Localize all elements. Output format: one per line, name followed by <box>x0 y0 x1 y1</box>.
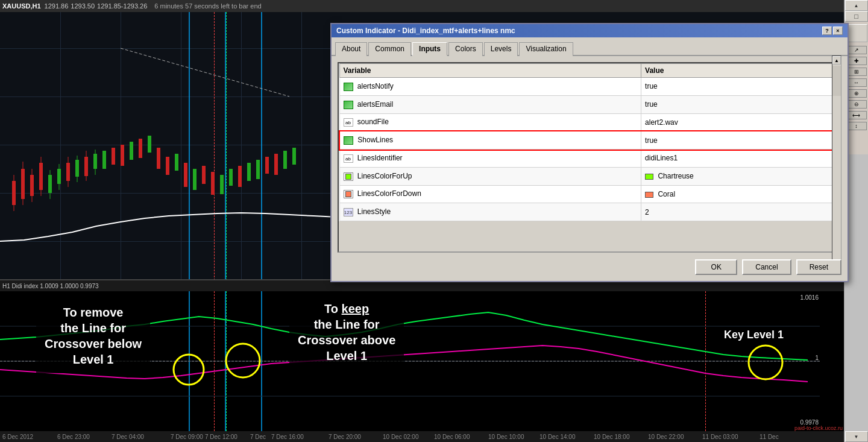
svg-point-49 <box>749 346 782 379</box>
chart-tool-8[interactable]: ↕ <box>846 122 867 130</box>
params-table: Variable Value alertsNotify true <box>339 63 840 221</box>
svg-rect-31 <box>193 169 197 190</box>
ab-icon: ab <box>344 154 353 163</box>
table-row[interactable]: LinesColorForUp Chartreuse <box>339 167 840 185</box>
var-cell: ab LinesIdentifier <box>339 150 641 168</box>
table-scroll-up[interactable]: ▲ <box>832 56 841 65</box>
color-up-icon <box>344 172 353 181</box>
svg-rect-42 <box>292 148 296 165</box>
tab-about[interactable]: About <box>335 42 367 56</box>
svg-rect-27 <box>157 148 160 169</box>
scroll-up-btn[interactable]: ▲ <box>845 0 868 11</box>
price1: 1291.86 <box>45 2 69 10</box>
var-name: LinesColorForDown <box>357 189 421 198</box>
svg-rect-32 <box>202 166 206 184</box>
chart-tool-6[interactable]: ⊖ <box>846 100 867 109</box>
table-row[interactable]: alertsNotify true <box>339 78 840 96</box>
val-cell: 2 <box>641 203 840 221</box>
var-name: ShowLines <box>357 136 393 144</box>
var-cell: ab soundFile <box>339 113 641 131</box>
date-4: 7 Dec 12:00 <box>205 434 237 440</box>
ok-button[interactable]: OK <box>695 259 737 275</box>
table-row[interactable]: 123 LinesStyle 2 <box>339 203 840 221</box>
symbol-label: XAUUSD,H1 <box>2 2 41 10</box>
svg-rect-38 <box>256 160 260 179</box>
chart-tool-4[interactable]: ↔ <box>846 78 867 87</box>
date-13: 10 Dec 22:00 <box>648 434 684 440</box>
didi-header: H1 Didi index 1.0009 1.0000 0.9973 <box>2 283 99 289</box>
indicator-dialog: Custom Indicator - Didi_index_mtf+alerts… <box>330 23 849 282</box>
table-row[interactable]: alertsEmail true <box>339 95 840 113</box>
date-9: 10 Dec 06:00 <box>434 434 470 440</box>
table-scroll-thumb[interactable] <box>832 66 841 96</box>
dialog-footer: OK Cancel Reset <box>695 259 841 275</box>
table-row[interactable]: ab soundFile alert2.wav <box>339 113 840 131</box>
chart-tool-1[interactable]: ↗ <box>846 46 867 54</box>
svg-rect-21 <box>102 151 106 169</box>
var-name: LinesStyle <box>357 207 391 216</box>
table-scrollbar[interactable]: ▲ ▼ <box>832 56 841 265</box>
svg-rect-25 <box>139 139 142 158</box>
chart-tool-7[interactable]: ⟷ <box>846 111 867 119</box>
col-value: Value <box>641 64 840 78</box>
svg-rect-36 <box>238 166 242 187</box>
tab-inputs[interactable]: Inputs <box>412 42 447 56</box>
dialog-titlebar: Custom Indicator - Didi_index_mtf+alerts… <box>332 24 848 37</box>
tab-visualization[interactable]: Visualization <box>519 42 573 56</box>
val-cell: Coral <box>641 185 840 203</box>
cancel-button[interactable]: Cancel <box>742 259 791 275</box>
params-table-wrapper[interactable]: Variable Value alertsNotify true <box>338 62 841 253</box>
ab-icon: ab <box>344 118 353 127</box>
date-8: 10 Dec 02:00 <box>383 434 419 440</box>
tab-common[interactable]: Common <box>368 42 411 56</box>
dialog-close-btn[interactable]: × <box>833 27 843 35</box>
svg-rect-24 <box>130 142 133 160</box>
svg-rect-30 <box>184 163 187 187</box>
chart-tool-2[interactable]: ✚ <box>846 57 867 65</box>
chartreuse-swatch <box>645 174 653 180</box>
chart-tool-5[interactable]: ⊕ <box>846 89 867 98</box>
var-cell: alertsNotify <box>339 78 641 96</box>
dialog-title-buttons[interactable]: ? × <box>822 27 843 35</box>
maximize-btn[interactable]: □ <box>845 11 868 22</box>
svg-rect-39 <box>265 157 269 174</box>
svg-rect-33 <box>211 172 215 195</box>
table-row[interactable]: LinesColorForDown Coral <box>339 185 840 203</box>
var-name: LinesIdentifier <box>357 154 403 162</box>
svg-rect-28 <box>166 157 169 175</box>
tab-levels[interactable]: Levels <box>484 42 518 56</box>
scroll-down-btn[interactable]: ▼ <box>845 431 868 442</box>
val-cell: true <box>641 78 840 96</box>
num-icon: 123 <box>344 208 353 216</box>
bool-icon <box>344 101 353 109</box>
dialog-content: Variable Value alertsNotify true <box>332 56 848 265</box>
reset-button[interactable]: Reset <box>796 259 841 275</box>
var-cell: LinesColorForDown <box>339 185 641 203</box>
var-cell: 123 LinesStyle <box>339 203 641 221</box>
table-row[interactable]: ab LinesIdentifier didiLines1 <box>339 150 840 168</box>
params-tbody: alertsNotify true alertsEmail true <box>339 78 840 221</box>
date-3: 7 Dec 09:00 <box>171 434 203 440</box>
date-0: 6 Dec 2012 <box>2 434 33 440</box>
var-name: soundFile <box>357 118 389 126</box>
svg-point-48 <box>226 344 260 377</box>
val-cell: alert2.wav <box>641 113 840 131</box>
var-name: alertsNotify <box>357 82 394 90</box>
chart-bottom: H1 Didi index 1.0009 1.0000 0.9973 1.001… <box>0 280 844 442</box>
price-9978: 0.9978 <box>800 419 819 426</box>
val-cell: true <box>641 95 840 113</box>
val-cell: true <box>641 131 840 150</box>
chart-topbar: XAUUSD,H1 1291.86 1293.50 1291.85-1293.2… <box>0 0 844 12</box>
table-row[interactable]: ShowLines true <box>339 131 840 150</box>
var-cell: alertsEmail <box>339 95 641 113</box>
watermark: paid-to-click.ucoz.ru <box>794 425 843 431</box>
val-cell: Chartreuse <box>641 167 840 185</box>
chart-tool-3[interactable]: ⊞ <box>846 68 867 76</box>
date-11: 10 Dec 14:00 <box>539 434 576 440</box>
tab-colors[interactable]: Colors <box>448 42 483 56</box>
dialog-help-btn[interactable]: ? <box>822 27 832 35</box>
svg-rect-29 <box>175 154 178 171</box>
var-name: alertsEmail <box>357 100 393 109</box>
svg-rect-22 <box>112 148 115 165</box>
bool-icon <box>344 83 353 91</box>
